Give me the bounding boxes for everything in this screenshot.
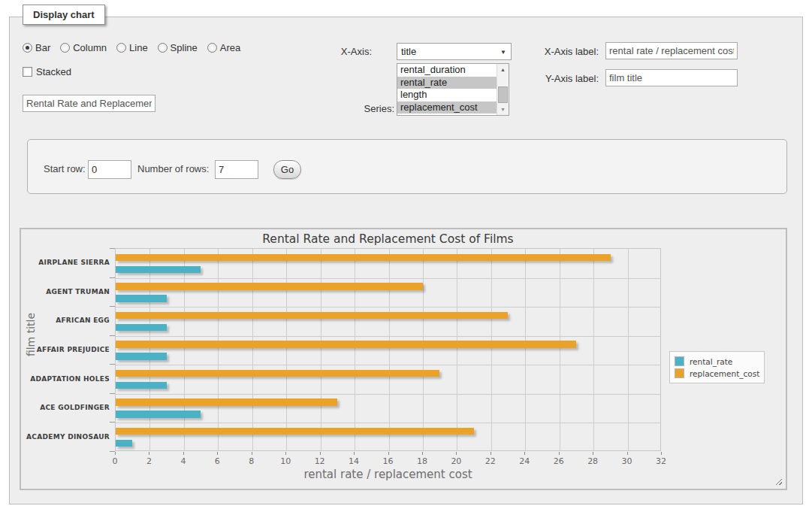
y-axis-label-field-label: Y-Axis label: <box>535 73 599 84</box>
gridline-vertical <box>321 249 321 450</box>
gridline-vertical <box>286 249 287 450</box>
x-tick-label: 22 <box>485 456 496 466</box>
y-axis-tick <box>110 277 115 278</box>
chart-type-label: Spline <box>171 42 198 53</box>
scrollbar[interactable]: ▲ ▼ <box>497 64 509 115</box>
series-option-rental_rate[interactable]: rental_rate <box>397 77 497 89</box>
x-tick-label: 6 <box>215 456 220 466</box>
chart-title: Rental Rate and Replacement Cost of Film… <box>115 232 661 246</box>
x-axis-tick <box>491 452 491 455</box>
x-axis-tick <box>627 452 628 455</box>
series-listbox[interactable]: rental_durationrental_ratelengthreplacem… <box>397 63 509 116</box>
series-option-replacement_cost[interactable]: replacement_cost <box>397 101 497 114</box>
x-axis-tick <box>354 452 355 455</box>
scrollbar-thumb[interactable] <box>498 86 508 103</box>
legend-swatch <box>675 368 684 378</box>
legend-swatch <box>675 356 684 366</box>
dropdown-arrow-icon[interactable]: ▼ <box>500 49 506 56</box>
x-tick-label: 4 <box>180 456 186 466</box>
radio-icon[interactable] <box>207 43 217 53</box>
x-tick-label: 28 <box>587 456 598 466</box>
chart-type-spline[interactable]: Spline <box>158 42 198 53</box>
x-tick-label: 12 <box>315 456 325 466</box>
x-axis-tick <box>217 452 218 455</box>
chart-title-input[interactable] <box>23 95 155 112</box>
scroll-up-icon[interactable]: ▲ <box>497 64 509 75</box>
chart-type-label: Column <box>73 42 107 53</box>
chart-plot-area <box>115 248 661 451</box>
bar-replacement_cost <box>116 398 337 406</box>
x-axis-label-field-label: X-Axis label: <box>535 46 599 57</box>
x-axis-tick <box>524 452 525 455</box>
x-axis-select[interactable]: title ▼ <box>397 43 512 60</box>
x-tick-label: 0 <box>113 456 118 466</box>
series-option-length[interactable]: length <box>397 89 497 101</box>
y-axis-tick <box>110 451 115 452</box>
x-tick-label: 14 <box>349 456 359 466</box>
bar-replacement_cost <box>116 283 423 290</box>
radio-icon[interactable] <box>23 43 32 53</box>
x-axis-tick <box>183 452 184 455</box>
resize-grip-icon[interactable] <box>774 477 782 485</box>
chart-type-bar[interactable]: Bar <box>23 42 50 53</box>
bar-rental_rate <box>116 382 167 389</box>
gridline-horizontal <box>116 278 660 279</box>
category-label: AFFAIR PREJUDICE <box>24 335 110 365</box>
bar-rental_rate <box>116 324 167 332</box>
x-axis-tick <box>252 452 252 455</box>
x-tick-label: 20 <box>451 456 461 466</box>
gridline-vertical <box>218 249 219 450</box>
gridline-vertical <box>389 249 390 450</box>
checkbox-icon[interactable] <box>23 67 32 77</box>
radio-icon[interactable] <box>158 43 168 53</box>
gridline-vertical <box>355 249 355 450</box>
category-label: AFRICAN EGG <box>24 306 110 335</box>
series-select-label: Series: <box>338 103 394 114</box>
x-axis-tick <box>559 452 560 455</box>
bar-rental_rate <box>116 353 167 360</box>
y-axis-label-input[interactable] <box>605 69 738 86</box>
bar-rental_rate <box>116 411 201 418</box>
x-axis-tick <box>422 452 423 455</box>
chart-type-column[interactable]: Column <box>60 42 107 53</box>
chart-type-line[interactable]: Line <box>116 42 148 53</box>
x-axis-select-label: X-Axis: <box>331 46 372 57</box>
gridline-horizontal <box>116 365 660 365</box>
x-axis-title: rental rate / replacement cost <box>115 468 661 481</box>
number-of-rows-input[interactable] <box>215 160 258 179</box>
category-label: AIRPLANE SIERRA <box>24 248 110 277</box>
legend-entry: replacement_cost <box>675 368 759 378</box>
gridline-vertical <box>525 249 526 450</box>
y-axis-tick <box>110 306 115 307</box>
x-axis-tick <box>456 452 457 455</box>
gridline-vertical <box>457 249 457 450</box>
gridline-horizontal <box>116 336 660 337</box>
number-of-rows-label: Number of rows: <box>137 163 209 174</box>
rows-panel: Start row: Number of rows: Go <box>27 139 787 194</box>
category-label: ACE GOLDFINGER <box>24 393 110 423</box>
x-tick-label: 26 <box>554 456 564 466</box>
legend-label: replacement_cost <box>690 369 759 378</box>
x-tick-label: 10 <box>280 456 291 466</box>
gridline-vertical <box>423 249 424 450</box>
x-axis-label-input[interactable] <box>605 42 738 59</box>
chart-type-label: Area <box>220 42 240 53</box>
category-label: ACADEMY DINOSAUR <box>24 422 110 451</box>
stacked-checkbox[interactable]: Stacked <box>23 66 71 77</box>
start-row-input[interactable] <box>88 160 131 179</box>
radio-icon[interactable] <box>116 43 126 53</box>
x-axis-tick <box>388 452 389 455</box>
gridline-horizontal <box>116 307 660 308</box>
chart-type-area[interactable]: Area <box>207 42 240 53</box>
go-button[interactable]: Go <box>273 160 301 179</box>
gridline-vertical <box>184 249 185 450</box>
bar-replacement_cost <box>116 341 576 348</box>
x-axis-tick <box>115 452 116 455</box>
chart-type-radiogroup: BarColumnLineSplineArea <box>23 42 240 53</box>
series-option-rental_duration[interactable]: rental_duration <box>397 64 497 77</box>
panel-title: Display chart <box>23 5 105 25</box>
scroll-down-icon[interactable]: ▼ <box>497 104 509 115</box>
radio-icon[interactable] <box>60 43 70 53</box>
x-tick-label: 2 <box>146 456 152 466</box>
chart-type-label: Line <box>129 42 148 53</box>
